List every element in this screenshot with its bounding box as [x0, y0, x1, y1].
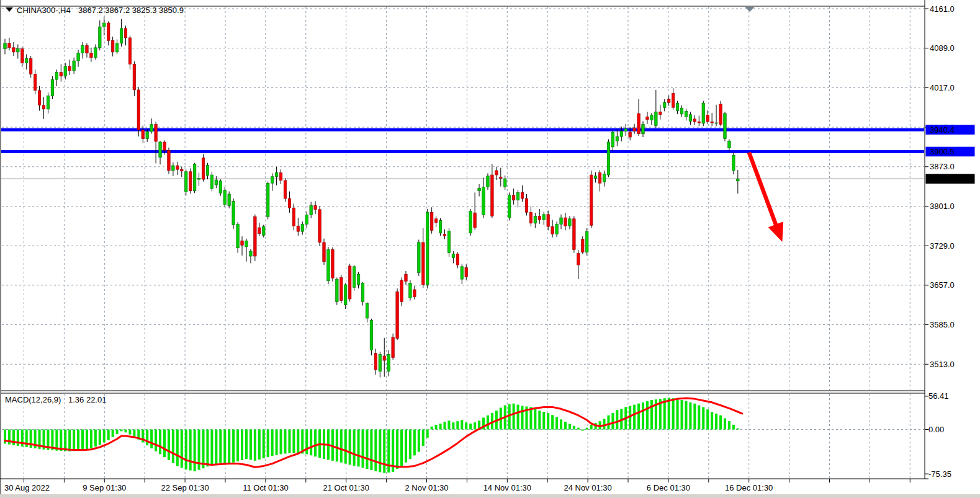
candle	[582, 236, 585, 254]
candle	[60, 64, 63, 81]
candle-body-up	[724, 113, 727, 139]
arrow-shaft[interactable]	[749, 153, 777, 228]
macd-histogram-bar	[236, 430, 239, 461]
candle-body-down	[323, 242, 326, 262]
candle	[228, 192, 231, 208]
macd-pane[interactable]	[4, 398, 742, 473]
candle	[124, 25, 127, 45]
candle	[516, 190, 519, 207]
time-axis-label: 6 Dec 01:30	[647, 483, 690, 492]
price-badges: 3940.43900.53850.9	[926, 125, 975, 184]
chart-canvas[interactable]: 4161.04089.04017.03945.03873.03801.03729…	[0, 0, 980, 498]
candle	[206, 163, 209, 180]
horizontal-level-lines[interactable]	[1, 130, 924, 151]
candle-body-up	[663, 102, 666, 107]
candle	[111, 37, 114, 56]
candle	[370, 319, 373, 355]
macd-histogram-bar	[206, 430, 209, 467]
candle-body-down	[529, 212, 533, 223]
candle	[150, 118, 153, 134]
candle	[409, 280, 412, 301]
macd-histogram-bar	[194, 430, 196, 471]
candle-body-down	[413, 290, 416, 297]
candle	[715, 105, 718, 127]
macd-histogram-bar	[185, 430, 187, 470]
candle	[487, 173, 490, 190]
candle-body-up	[197, 178, 200, 179]
candle-body-up	[503, 179, 506, 187]
candle-body-up	[228, 194, 231, 206]
candle-body-down	[254, 216, 257, 256]
macd-histogram-bar	[409, 430, 411, 460]
macd-histogram-bar	[344, 430, 347, 464]
macd-histogram-bar	[737, 429, 739, 430]
candle-body-up	[115, 43, 119, 52]
candle-body-up	[728, 141, 731, 148]
macd-histogram-bar	[521, 406, 524, 430]
time-axis-label: 2 Nov 01:30	[405, 483, 448, 492]
macd-histogram-bar	[133, 430, 135, 437]
price-axis-label: 3657.0	[930, 280, 955, 290]
price-axis[interactable]: 4161.04089.04017.03945.03873.03801.03729…	[925, 4, 955, 479]
candle	[534, 213, 537, 228]
macd-histogram-bar	[474, 422, 476, 429]
macd-histogram-bar	[280, 430, 282, 455]
candle	[538, 209, 541, 224]
support-price-badge: 3900.5	[930, 147, 955, 156]
candle-body-down	[128, 38, 132, 64]
candle	[12, 42, 16, 56]
macd-histogram-bar	[465, 422, 467, 429]
candle	[508, 192, 511, 220]
candle	[693, 115, 696, 125]
candle	[357, 272, 360, 289]
candle-body-up	[150, 125, 153, 132]
candle-body-down	[163, 142, 166, 150]
candle	[474, 192, 477, 229]
candle-body-up	[25, 59, 28, 63]
candle	[279, 169, 282, 184]
macd-histogram-bar	[228, 430, 230, 464]
candle	[659, 105, 662, 120]
symbol-dropdown-icon[interactable]	[6, 7, 13, 12]
arrow-head-icon[interactable]	[768, 221, 783, 242]
macd-values: 1.36 22.01	[68, 395, 106, 404]
candle-body-up	[542, 215, 546, 220]
macd-histogram-bar	[668, 398, 670, 429]
candle-body-up	[689, 115, 692, 122]
macd-histogram-bar	[564, 422, 567, 429]
macd-histogram-bar	[542, 412, 545, 430]
candle-body-up	[732, 155, 735, 171]
macd-histogram-bar	[64, 430, 66, 451]
macd-histogram-bar	[349, 430, 351, 465]
candle	[297, 218, 300, 236]
candle	[569, 216, 572, 229]
candles-layer[interactable]	[4, 17, 739, 377]
candle-body-down	[672, 93, 675, 107]
macd-histogram-bar	[210, 430, 213, 465]
macd-histogram-bar	[77, 430, 79, 451]
candle-body-up	[245, 241, 248, 247]
price-axis-label: 4089.0	[930, 43, 955, 53]
candle	[426, 209, 429, 288]
candle	[456, 252, 459, 269]
candle	[275, 167, 278, 185]
macd-histogram-bar	[689, 402, 691, 430]
macd-histogram-bar	[357, 430, 360, 467]
candle	[551, 220, 554, 238]
time-axis[interactable]: 30 Aug 20229 Sep 01:3022 Sep 01:3011 Oct…	[4, 479, 910, 492]
candle	[284, 178, 287, 202]
candle-body-up	[685, 111, 688, 117]
macd-histogram-bar	[336, 430, 338, 462]
last-price-badge: 3850.9	[930, 174, 955, 184]
candle	[263, 225, 266, 238]
macd-histogram-bar	[267, 430, 269, 458]
candle-body-down	[633, 128, 636, 131]
macd-histogram-bar	[508, 404, 511, 430]
bottom-strip	[0, 494, 980, 498]
candle-body-down	[629, 132, 632, 137]
candle	[465, 264, 468, 280]
candle	[585, 228, 588, 256]
candle-body-up	[344, 285, 347, 305]
candle	[47, 92, 50, 113]
trend-arrow[interactable]	[749, 153, 783, 242]
